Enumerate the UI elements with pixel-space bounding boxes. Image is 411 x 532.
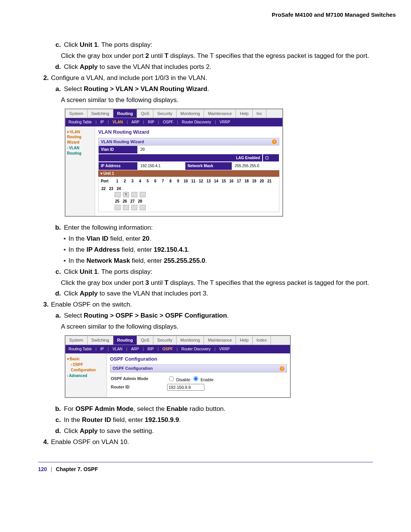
subnav-item[interactable]: OSPF — [162, 120, 174, 125]
radio-enable[interactable]: Enable — [191, 377, 213, 382]
tab-routing[interactable]: Routing — [113, 336, 137, 345]
subnav-item[interactable]: IP — [100, 347, 105, 352]
tab-qos[interactable]: QoS — [137, 336, 153, 345]
tab-security[interactable]: Security — [153, 109, 177, 118]
tab-help[interactable]: Help — [236, 336, 253, 345]
subnav-item[interactable]: RIP — [147, 120, 155, 125]
subnav-item[interactable]: Router Discovery — [181, 120, 212, 125]
text: radio button. — [188, 405, 225, 412]
port-num: 20 — [259, 179, 264, 184]
subnav: Routing Table| IP| VLAN| ARP| RIP| OSPF|… — [65, 345, 290, 353]
port-num: 18 — [244, 179, 249, 184]
bold: 2 — [145, 52, 149, 59]
bold: 20 — [142, 235, 150, 242]
text: to save the VLAN that includes port 3. — [98, 290, 208, 297]
subnav-item[interactable]: Routing Table — [68, 347, 92, 352]
subnav-item[interactable]: IP — [100, 120, 105, 125]
input-ip[interactable]: 192.150.4.1 — [138, 162, 185, 170]
tab-system[interactable]: System — [65, 336, 88, 345]
sidebar-item-ospf-conf[interactable]: ›OSPF Configuration — [67, 362, 105, 372]
page-content: c. Click Unit 1. The ports display: Clic… — [38, 41, 373, 447]
port-box[interactable] — [140, 205, 146, 210]
port-box[interactable] — [131, 192, 137, 197]
subnav-item[interactable]: VLAN — [112, 347, 123, 352]
port-num: 5 — [145, 179, 150, 184]
port-box[interactable]: T — [123, 192, 129, 197]
step-c1: c. Click Unit 1. The ports display: — [51, 41, 373, 50]
tab-help[interactable]: Help — [236, 109, 253, 118]
subnav-item[interactable]: ARP — [131, 120, 140, 125]
text: Select — [64, 85, 84, 93]
subnav-item[interactable]: Routing Table — [68, 120, 92, 125]
tab-index[interactable]: Index — [253, 336, 271, 345]
input-mask[interactable]: 255.255.255.0 — [232, 162, 279, 170]
port-box[interactable] — [140, 192, 146, 197]
subnav-item[interactable]: RIP — [147, 347, 155, 352]
tab-monitoring[interactable]: Monitoring — [177, 336, 204, 345]
sidebar-item-advanced[interactable]: ›Advanced — [67, 373, 105, 379]
step-3d: d. Click Apply to save the setting. — [51, 427, 373, 436]
help-icon[interactable]: ? — [280, 366, 284, 371]
step-2a-line2: A screen similar to the following displa… — [61, 96, 373, 105]
sidebar: ▾VLAN Routing Wizard ›VLAN Routing — [65, 126, 95, 216]
input-router-id[interactable] — [167, 384, 204, 391]
list-letter: d. — [51, 63, 64, 72]
text: Enable OSPF on the switch. — [51, 300, 373, 309]
list-letter: b. — [51, 224, 64, 232]
step-3: 3. Enable OSPF on the switch. — [38, 300, 373, 309]
subnav-item[interactable]: ARP — [130, 347, 140, 352]
unit-label: Unit 1 — [104, 171, 114, 176]
tab-maintenance[interactable]: Maintenance — [204, 109, 236, 118]
subnav-item[interactable]: VRRP — [219, 120, 231, 125]
tab-inc[interactable]: Inc — [253, 109, 266, 118]
tab-system[interactable]: System — [65, 109, 88, 118]
tab-maintenance[interactable]: Maintenance — [204, 336, 236, 345]
tabbar: System Switching Routing QoS Security Mo… — [65, 336, 290, 345]
step-3a: a. Select Routing > OSPF > Basic > OSPF … — [51, 312, 373, 320]
list-letter: a. — [51, 312, 64, 320]
port-num: 26 — [122, 199, 127, 204]
text: , select the — [134, 405, 167, 412]
subnav-item-active[interactable]: OSPF — [162, 347, 174, 352]
input-vlanid[interactable]: 20 — [138, 145, 177, 154]
sidebar-item-vlan-routing[interactable]: ›VLAN Routing — [67, 145, 93, 156]
tab-monitoring[interactable]: Monitoring — [177, 109, 204, 118]
subnav-item[interactable]: VRRP — [218, 347, 231, 352]
unit-row[interactable]: ▾ Unit 1 — [98, 170, 279, 177]
text: In the — [64, 416, 82, 423]
port-num: 12 — [198, 179, 204, 184]
page-header: ProSafe M4100 and M7100 Managed Switches — [38, 11, 396, 18]
sidebar-label: Basic — [70, 357, 80, 361]
list-letter: b. — [51, 405, 64, 414]
section-header: VLAN Routing Wizard ? — [98, 138, 279, 146]
text: field, enter — [130, 257, 164, 264]
port-box[interactable] — [115, 192, 121, 197]
radio-disable[interactable]: Disable — [167, 377, 190, 382]
port-box[interactable] — [123, 205, 129, 210]
checkbox-lag[interactable]: ☐ — [263, 154, 279, 162]
tab-security[interactable]: Security — [153, 336, 177, 345]
tab-switching[interactable]: Switching — [88, 336, 113, 345]
sidebar-label: OSPF Configuration — [71, 363, 96, 372]
text: Configure a VLAN, and include port 1/0/3… — [51, 74, 373, 83]
text: displays. The T specifies that the egres… — [169, 279, 369, 286]
page-footer: 120 | Chapter 7. OSPF — [38, 462, 373, 472]
tab-routing[interactable]: Routing — [113, 109, 137, 118]
tab-qos[interactable]: QoS — [137, 109, 153, 118]
sidebar-item-basic[interactable]: ▾Basic — [67, 356, 105, 362]
text: . — [205, 257, 207, 264]
port-box[interactable] — [131, 205, 137, 210]
subnav-item-active[interactable]: VLAN — [112, 120, 124, 125]
sidebar-item-wizard[interactable]: ▾VLAN Routing Wizard — [67, 129, 93, 145]
port-num: 17 — [236, 179, 242, 184]
section-header: OSPF Configuration ? — [110, 364, 287, 372]
tab-switching[interactable]: Switching — [88, 109, 113, 118]
bold: 192.150.4.1 — [154, 246, 188, 253]
row-ip: IP Address 192.150.4.1 Network Mask 255.… — [98, 162, 279, 170]
radio-label: Disable — [176, 377, 190, 382]
help-icon[interactable]: ? — [272, 139, 277, 144]
port-num: 13 — [206, 179, 211, 184]
port-box[interactable] — [115, 205, 121, 210]
subnav-item[interactable]: Router Discovery — [181, 347, 212, 352]
chevron-icon: › — [67, 146, 68, 150]
